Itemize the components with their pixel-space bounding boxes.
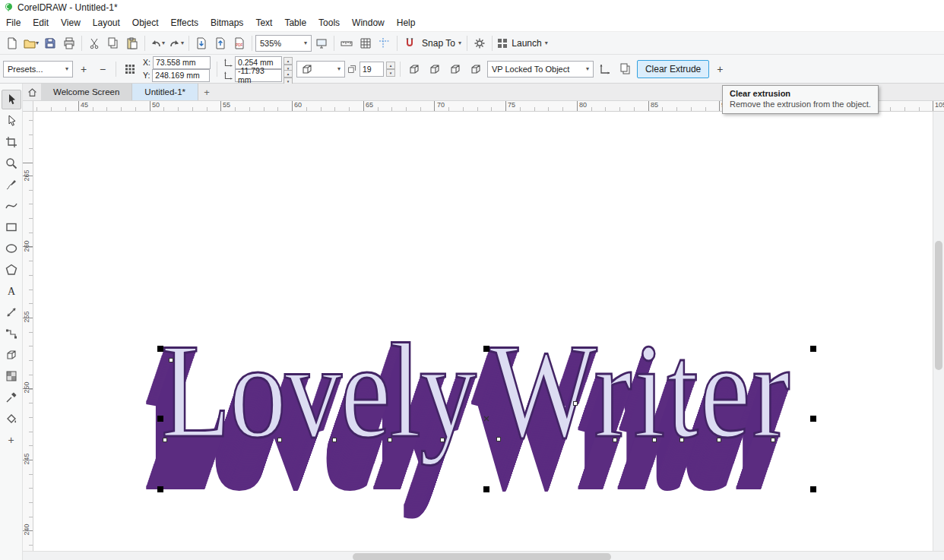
selection-handle-middle-left[interactable] <box>157 416 163 422</box>
text-node-marker[interactable] <box>652 438 657 442</box>
vertical-scrollbar-thumb[interactable] <box>935 241 942 370</box>
menu-layout[interactable]: Layout <box>87 16 126 30</box>
rectangle-tool[interactable] <box>2 217 21 237</box>
transparency-tool[interactable] <box>2 366 21 386</box>
text-node-marker[interactable] <box>388 438 392 442</box>
text-node-marker[interactable] <box>679 438 684 442</box>
x-position-field[interactable]: 73.558 mm <box>153 56 211 69</box>
new-document-button[interactable] <box>3 34 21 52</box>
clear-extrude-button[interactable]: Clear Extrude <box>637 60 709 78</box>
menu-text[interactable]: Text <box>249 16 278 30</box>
horizontal-scrollbar[interactable] <box>33 552 933 560</box>
snap-to-dropdown[interactable]: Snap To ▾ <box>420 34 464 52</box>
tab-untitled-1[interactable]: Untitled-1* <box>132 84 198 100</box>
save-button[interactable] <box>41 34 59 52</box>
extrude-lighting-button[interactable] <box>467 60 485 78</box>
freehand-tool[interactable] <box>2 175 21 195</box>
cut-button[interactable] <box>85 34 103 52</box>
add-toolbar-button[interactable]: + <box>711 61 728 78</box>
y-position-field[interactable]: 248.169 mm <box>152 69 210 82</box>
export-button[interactable] <box>211 34 230 52</box>
polygon-tool[interactable] <box>2 260 21 280</box>
text-node-marker[interactable] <box>573 401 578 406</box>
vp-x-spinner[interactable]: ▴▾ <box>284 57 293 68</box>
publish-pdf-button[interactable] <box>230 34 249 52</box>
import-button[interactable] <box>192 34 211 52</box>
undo-button[interactable]: ▾ <box>148 34 166 52</box>
pick-tool[interactable] <box>2 90 21 109</box>
text-node-marker[interactable] <box>169 358 173 362</box>
selection-handle-top-right[interactable] <box>810 346 816 352</box>
text-tool[interactable] <box>2 281 21 301</box>
extrude-bevel-button[interactable] <box>446 60 464 78</box>
extrusion-type-dropdown[interactable]: ▾ <box>296 61 345 78</box>
paste-button[interactable] <box>123 34 141 52</box>
ellipse-tool[interactable] <box>2 239 21 258</box>
menu-window[interactable]: Window <box>346 16 391 30</box>
color-eyedropper-tool[interactable] <box>2 388 21 407</box>
snap-toggle-button[interactable] <box>401 34 419 52</box>
launch-dropdown[interactable]: Launch ▾ <box>496 34 549 52</box>
add-tools-button[interactable]: + <box>2 430 21 450</box>
copy-button[interactable] <box>104 34 122 52</box>
text-node-marker[interactable] <box>771 438 775 442</box>
show-grid-toggle[interactable] <box>356 34 375 52</box>
selection-handle-bottom-right[interactable] <box>810 486 816 492</box>
horizontal-scrollbar-thumb[interactable] <box>353 553 611 560</box>
extrude-rotation-button[interactable] <box>405 60 423 78</box>
interactive-fill-tool[interactable] <box>2 409 21 429</box>
drawing-canvas[interactable]: Lovely Writer <box>33 112 933 551</box>
artwork-lovely[interactable]: Lovely <box>161 323 475 457</box>
print-button[interactable] <box>60 34 78 52</box>
text-node-marker[interactable] <box>717 438 721 442</box>
new-tab-button[interactable]: + <box>198 84 215 100</box>
vertical-scrollbar[interactable] <box>933 112 944 551</box>
menu-object[interactable]: Object <box>126 16 165 30</box>
selection-handle-bottom-center[interactable] <box>483 486 489 492</box>
ruler-corner[interactable] <box>23 101 33 112</box>
open-document-button[interactable]: ▾ <box>22 34 40 52</box>
selection-handle-top-left[interactable] <box>157 346 163 352</box>
text-node-marker[interactable] <box>332 438 337 442</box>
menu-tools[interactable]: Tools <box>312 16 346 30</box>
menu-bitmaps[interactable]: Bitmaps <box>204 16 249 30</box>
redo-button[interactable]: ▾ <box>167 34 185 52</box>
menu-file[interactable]: File <box>0 16 27 30</box>
selection-handle-bottom-left[interactable] <box>157 486 163 492</box>
depth-field[interactable]: 19 <box>360 62 384 77</box>
delete-preset-button[interactable]: − <box>94 61 111 78</box>
menu-edit[interactable]: Edit <box>27 16 55 30</box>
connector-tool[interactable] <box>2 324 21 343</box>
zoom-tool[interactable] <box>2 153 21 173</box>
text-node-marker[interactable] <box>496 437 501 441</box>
vertical-ruler[interactable]: 265 260 255 250 245 240 <box>23 112 33 551</box>
text-node-marker[interactable] <box>277 438 282 442</box>
extrude-tool[interactable] <box>2 345 21 365</box>
selection-handle-middle-right[interactable] <box>810 416 816 422</box>
shape-tool[interactable] <box>2 111 21 131</box>
zoom-level-select[interactable]: 535% ▾ <box>255 35 312 52</box>
options-button[interactable] <box>470 34 489 52</box>
text-node-marker[interactable] <box>163 438 167 442</box>
selection-handle-top-center[interactable] <box>483 346 489 352</box>
tab-welcome-screen[interactable]: Welcome Screen <box>41 84 132 100</box>
artwork-writer[interactable]: Writer <box>489 323 791 457</box>
add-preset-button[interactable]: + <box>75 61 92 78</box>
menu-help[interactable]: Help <box>391 16 422 30</box>
selection-center-marker[interactable] <box>483 415 490 422</box>
artistic-media-tool[interactable] <box>2 196 21 216</box>
vp-properties-dropdown[interactable]: VP Locked To Object ▾ <box>487 61 594 78</box>
crop-tool[interactable] <box>2 132 21 152</box>
menu-table[interactable]: Table <box>278 16 312 30</box>
text-node-marker[interactable] <box>440 438 445 442</box>
show-rulers-toggle[interactable] <box>337 34 356 52</box>
parallel-dimension-tool[interactable] <box>2 302 21 322</box>
depth-spinner[interactable]: ▴▾ <box>386 62 395 77</box>
menu-view[interactable]: View <box>55 16 87 30</box>
menu-effects[interactable]: Effects <box>165 16 204 30</box>
vp-y-field[interactable]: -11.793 mm <box>235 69 282 82</box>
copy-extrude-properties-button[interactable] <box>616 60 635 78</box>
vp-y-spinner[interactable]: ▴▾ <box>284 70 293 81</box>
text-node-marker[interactable] <box>613 438 617 442</box>
show-guidelines-toggle[interactable] <box>375 34 394 52</box>
